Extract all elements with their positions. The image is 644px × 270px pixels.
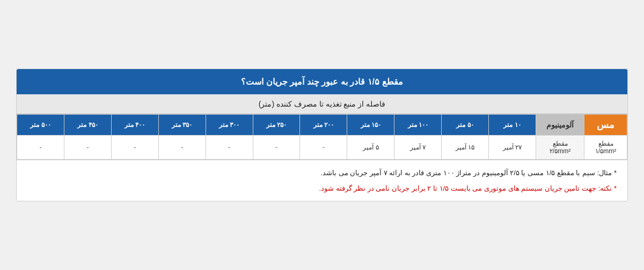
sub-header-title: فاصله از منبع تغذیه تا مصرف کننده (متر) bbox=[259, 100, 386, 108]
cell-150m: ۵ آمپر bbox=[347, 135, 394, 159]
footer-note-2: * نکته: جهت تامین جریان سیستم های موتوری… bbox=[27, 182, 617, 194]
col-header-250m: ۲۵۰ متر bbox=[253, 114, 300, 135]
col-header-450m: ۴۵۰ متر bbox=[64, 114, 111, 135]
main-container: مقطع ۱/۵ قادر به عبور چند آمپر جریان است… bbox=[16, 69, 628, 202]
sub-header: فاصله از منبع تغذیه تا مصرف کننده (متر) bbox=[17, 94, 627, 114]
main-header-title: مقطع ۱/۵ قادر به عبور چند آمپر جریان است… bbox=[241, 77, 402, 86]
cell-200m: - bbox=[300, 135, 347, 159]
footer-note-1: * مثال: سیم با مقطع ۱/۵ مسی یا ۲/۵ آلومی… bbox=[27, 167, 617, 179]
col-header-350m: ۳۵۰ متر bbox=[158, 114, 206, 135]
col-header-100m: ۱۰۰ متر bbox=[394, 114, 442, 135]
cell-50m: ۱۵ آمپر bbox=[442, 135, 489, 159]
cell-aluminum-value: مقطع۲/۵mm² bbox=[536, 135, 584, 159]
cell-350m: - bbox=[158, 135, 206, 159]
main-header: مقطع ۱/۵ قادر به عبور چند آمپر جریان است… bbox=[17, 69, 627, 94]
cell-300m: - bbox=[206, 135, 253, 159]
col-header-copper: مس bbox=[584, 114, 627, 135]
col-header-150m: ۱۵۰ متر bbox=[347, 114, 394, 135]
footer-section: * مثال: سیم با مقطع ۱/۵ مسی یا ۲/۵ آلومی… bbox=[17, 160, 627, 201]
cell-450m: - bbox=[64, 135, 111, 159]
col-header-aluminum: آلومینیوم bbox=[536, 114, 584, 135]
cell-250m: - bbox=[253, 135, 300, 159]
col-header-50m: ۵۰ متر bbox=[442, 114, 489, 135]
data-table: مس آلومینیوم ۱۰ متر ۵۰ متر ۱۰۰ متر ۱۵۰ م… bbox=[17, 114, 627, 160]
col-header-10m: ۱۰ متر bbox=[489, 114, 536, 135]
cell-100m: ۷ آمپر bbox=[394, 135, 442, 159]
cell-10m: ۲۷ آمپر bbox=[489, 135, 536, 159]
cell-400m: - bbox=[111, 135, 158, 159]
col-header-200m: ۲۰۰ متر bbox=[300, 114, 347, 135]
col-header-500m: ۵۰۰ متر bbox=[17, 114, 64, 135]
col-header-400m: ۴۰۰ متر bbox=[111, 114, 158, 135]
table-row: مقطع۱/۵mm² مقطع۲/۵mm² ۲۷ آمپر ۱۵ آمپر ۷ … bbox=[17, 135, 627, 159]
col-header-300m: ۳۰۰ متر bbox=[206, 114, 253, 135]
cell-500m: - bbox=[17, 135, 64, 159]
cell-copper-value: مقطع۱/۵mm² bbox=[584, 135, 627, 159]
